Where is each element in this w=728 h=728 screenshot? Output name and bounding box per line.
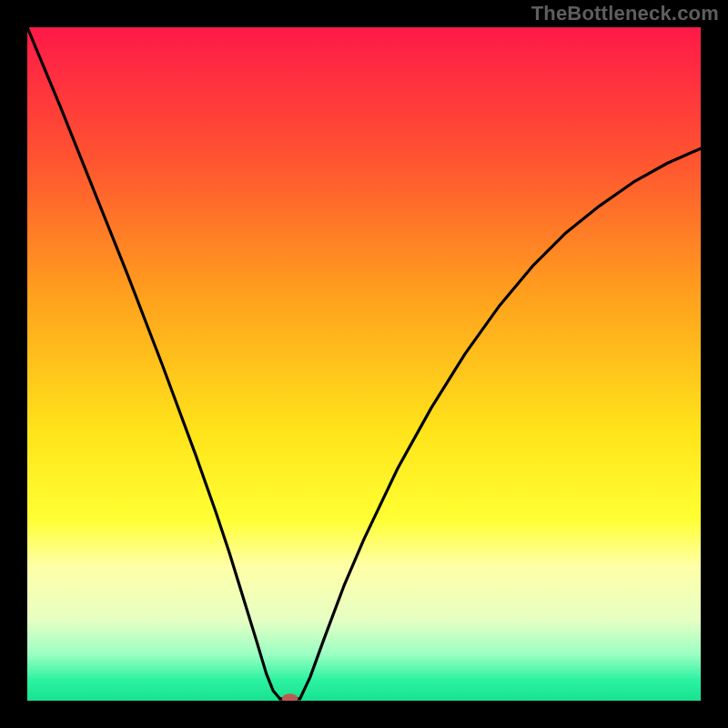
plot-area bbox=[27, 27, 701, 701]
chart-frame: TheBottleneck.com bbox=[0, 0, 728, 728]
plot-svg bbox=[27, 27, 701, 701]
watermark-text: TheBottleneck.com bbox=[531, 2, 719, 25]
gradient-background bbox=[27, 27, 701, 701]
